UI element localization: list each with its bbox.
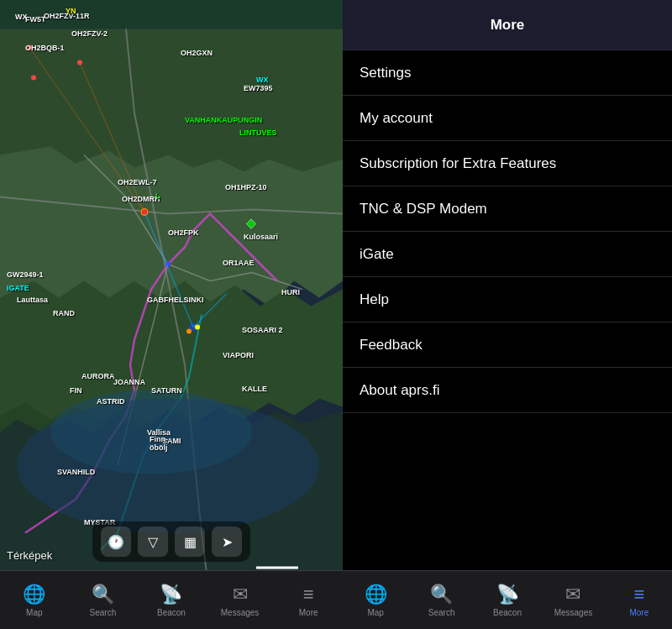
help-label: Help xyxy=(360,291,389,308)
right-tab-map[interactable]: 🌐 Map xyxy=(343,584,408,617)
right-map-label: Map xyxy=(367,608,383,617)
right-messages-label: Messages xyxy=(554,608,593,617)
my-account-label: My account xyxy=(360,110,433,127)
menu-item-tnc-dsp[interactable]: TNC & DSP Modem xyxy=(343,186,672,232)
right-beacon-icon: 📡 xyxy=(496,584,519,605)
svg-point-10 xyxy=(186,329,192,334)
right-tab-bar: 🌐 Map 🔍 Search 📡 Beacon ✉ Messages ≡ Mor… xyxy=(343,570,672,629)
beacon-tab-label: Beacon xyxy=(157,608,186,617)
beacon-tab-icon: 📡 xyxy=(160,584,182,605)
search-tab-icon: 🔍 xyxy=(92,584,114,605)
map-panel: J351 WX FW5T OH2FZV-11R YN OH2FZV-2 OH2B… xyxy=(0,0,343,629)
right-search-label: Search xyxy=(428,608,455,617)
menu-item-my-account[interactable]: My account xyxy=(343,96,672,141)
right-more-label: More xyxy=(629,608,648,617)
more-title: More xyxy=(491,17,525,34)
igate-label: iGate xyxy=(360,246,394,263)
left-tab-map[interactable]: 🌐 Map xyxy=(0,584,69,617)
right-beacon-label: Beacon xyxy=(493,608,522,617)
left-tab-beacon[interactable]: 📡 Beacon xyxy=(137,584,206,617)
left-tab-search[interactable]: 🔍 Search xyxy=(69,584,138,617)
filter-button[interactable]: ▽ xyxy=(138,527,168,557)
map-tab-label: Map xyxy=(26,608,42,617)
right-search-icon: 🔍 xyxy=(430,584,453,605)
settings-label: Settings xyxy=(360,65,411,81)
search-tab-label: Search xyxy=(90,608,117,617)
svg-point-5 xyxy=(31,76,36,81)
map-toolbar: 🕐 ▽ ▦ ➤ xyxy=(92,522,250,562)
menu-item-settings[interactable]: Settings xyxy=(343,50,672,96)
left-tab-messages[interactable]: ✉ Messages xyxy=(206,584,275,617)
left-tab-more[interactable]: ≡ More xyxy=(274,584,343,617)
left-tab-bar: 🌐 Map 🔍 Search 📡 Beacon ✉ Messages ≡ Mor… xyxy=(0,570,343,629)
subscription-label: Subscription for Extra Features xyxy=(360,155,556,172)
more-tab-label-left: More xyxy=(299,608,318,617)
clock-button[interactable]: 🕐 xyxy=(101,527,131,557)
more-header: More xyxy=(343,0,672,50)
more-panel: More Settings My account Subscription fo… xyxy=(343,0,672,629)
messages-tab-label: Messages xyxy=(221,608,260,617)
right-messages-icon: ✉ xyxy=(565,584,580,605)
messages-tab-icon: ✉ xyxy=(233,584,248,605)
layers-button[interactable]: ▦ xyxy=(175,527,205,557)
svg-point-2 xyxy=(50,391,252,474)
map-label: Térképek xyxy=(7,549,52,562)
right-more-icon: ≡ xyxy=(633,584,644,605)
menu-item-about[interactable]: About aprs.fi xyxy=(343,368,672,413)
right-tab-more[interactable]: ≡ More xyxy=(606,584,672,617)
about-label: About aprs.fi xyxy=(360,382,439,399)
menu-item-igate[interactable]: iGate xyxy=(343,232,672,277)
menu-list: Settings My account Subscription for Ext… xyxy=(343,50,672,570)
menu-item-feedback[interactable]: Feedback xyxy=(343,322,672,368)
map-tab-icon: 🌐 xyxy=(23,584,45,605)
right-tab-messages[interactable]: ✉ Messages xyxy=(540,584,606,617)
more-tab-icon-left: ≡ xyxy=(303,584,314,605)
right-tab-beacon[interactable]: 📡 Beacon xyxy=(475,584,540,617)
tnc-dsp-label: TNC & DSP Modem xyxy=(360,201,487,218)
menu-item-subscription[interactable]: Subscription for Extra Features xyxy=(343,141,672,186)
navigate-button[interactable]: ➤ xyxy=(212,527,242,557)
menu-item-help[interactable]: Help xyxy=(343,277,672,322)
right-map-icon: 🌐 xyxy=(365,584,387,605)
right-tab-search[interactable]: 🔍 Search xyxy=(408,584,474,617)
feedback-label: Feedback xyxy=(360,337,423,354)
svg-rect-16 xyxy=(256,567,298,569)
